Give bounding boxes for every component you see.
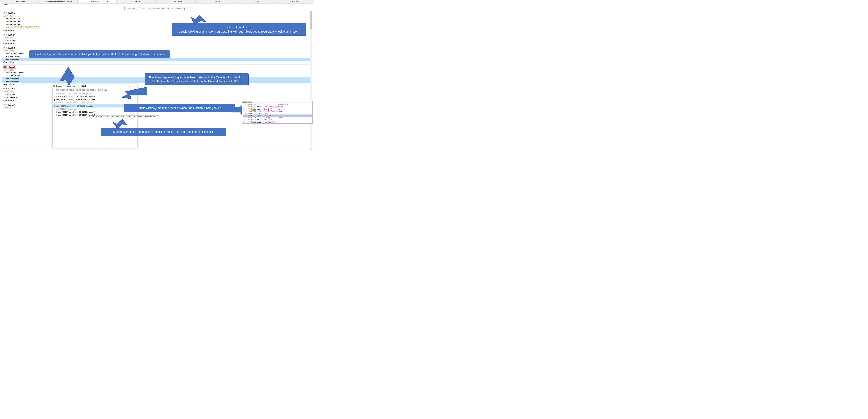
color-swatch-icon[interactable]	[249, 101, 250, 103]
tab-detected-function-list[interactable]: Detected Function List×	[79, 0, 118, 3]
call-item: CloseHandle	[3, 96, 311, 99]
tree-row[interactable]: sub_402215 called_addr	[54, 107, 135, 110]
callout-recursive-trace: Double-clicking on a function name enabl…	[29, 50, 170, 58]
filter-input[interactable]	[2, 3, 312, 6]
tree-row[interactable]: sub_402215 called_addr (00401408) (depth…	[54, 92, 135, 95]
call-item: ResumeThread	[3, 80, 20, 83]
close-icon[interactable]: ×	[234, 1, 235, 2]
function-addr: (0x4020B8)	[3, 50, 14, 52]
close-icon[interactable]: ×	[77, 1, 78, 2]
close-icon[interactable]: ×	[37, 1, 39, 2]
color-swatch-icon[interactable]	[244, 101, 246, 103]
tab-structures[interactable]: Structures×	[157, 0, 196, 3]
cursor-icon	[89, 115, 90, 117]
scroll-down-icon[interactable]: ▾	[310, 148, 312, 150]
vertical-scrollbar[interactable]: ▴ ▾	[310, 11, 312, 150]
function-name[interactable]: sub_402AEA	[3, 104, 15, 106]
close-icon[interactable]: ×	[155, 1, 157, 2]
tab-anti-debug[interactable]: Anti Debug Detection Results×	[39, 0, 79, 3]
call-item: VirtualProtectEx	[3, 20, 311, 23]
color-swatch-icon[interactable]	[246, 101, 247, 103]
close-button[interactable]: ✕	[132, 85, 136, 87]
close-icon[interactable]: ×	[195, 1, 196, 2]
function-addr: (0x4019C0)	[3, 14, 14, 17]
tree-row[interactable]: |-- sub_40236A called_addr (0040153E) (d…	[54, 110, 135, 114]
function-addr: (0x40236A)	[3, 91, 14, 93]
call-item: VirtualProtectEx	[3, 18, 311, 20]
detected-count: (1detected)	[3, 42, 311, 45]
enum-icon	[212, 1, 214, 2]
app-icon	[54, 85, 55, 87]
close-icon[interactable]: ×	[312, 1, 314, 2]
call-item: ResumeThread	[3, 58, 20, 61]
color-swatch-icon[interactable]	[247, 101, 249, 103]
call-item: ResumeThread	[3, 77, 20, 80]
close-icon[interactable]: ×	[273, 1, 275, 2]
function-addr: (0x402AEA)	[3, 106, 14, 109]
tab-ida-view[interactable]: IDA View-A×	[0, 0, 39, 3]
color-swatch-icon[interactable]	[243, 101, 244, 103]
help-banner: Double-click on a function name starting…	[124, 7, 190, 10]
popup-hint: Items in gray indicate functions that ma…	[54, 89, 135, 92]
popup-titlebar[interactable]: Check the recursive calls : sub_402215 —…	[53, 85, 137, 88]
struct-icon	[172, 1, 173, 2]
detection-tooltip: GetCursorInfo, CloseHandle, CloseHandle,…	[90, 116, 159, 118]
function-name[interactable]: sub_401C4A	[3, 34, 15, 36]
function-name-selected[interactable]: sub_402215	[3, 65, 16, 68]
tab-bar: IDA View-A× Anti Debug Detection Results…	[0, 0, 314, 3]
call-item: CloseHandle	[3, 39, 311, 42]
disasm-code[interactable]: .text:00401100 push esi ; lpModuleName.t…	[243, 103, 312, 123]
detected-count: (3detected)	[3, 61, 311, 64]
tab-enums[interactable]: Enums×	[196, 0, 236, 3]
callout-help-info: Help Information： Double Clicking on a f…	[172, 23, 306, 36]
scroll-thumb[interactable]	[310, 11, 312, 29]
popup-title: Check the recursive calls : sub_402215	[56, 85, 122, 87]
close-icon[interactable]: ×	[116, 1, 118, 2]
tree-row[interactable]: |-- sub_4014B7 called_addr (0040413C) (d…	[54, 98, 135, 101]
tab-exports[interactable]: Exports×	[275, 0, 314, 3]
filter-bar	[0, 3, 314, 7]
function-addr: (0x4d2215)	[3, 69, 14, 71]
hex-icon	[132, 1, 133, 2]
callout-double-click-jump: Double-click to jump to the location whe…	[124, 104, 235, 112]
function-addr: (0x401C4A)	[3, 36, 14, 39]
doc-icon	[88, 1, 89, 2]
function-name[interactable]: sub_4019C0	[3, 12, 15, 14]
doc-icon	[14, 1, 15, 2]
color-swatch-icon[interactable]	[250, 101, 252, 103]
disassembly-panel[interactable]: .text:00401100 push esi ; lpModuleName.t…	[242, 101, 312, 124]
imports-icon	[251, 1, 253, 2]
tab-hex-view[interactable]: Hex View-1×	[118, 0, 157, 3]
callout-mouseover: Mouse over to see the function's detecti…	[101, 128, 226, 136]
tab-imports[interactable]: Imports×	[236, 0, 275, 3]
help-banner-row: Double-click on a function name starting…	[0, 7, 314, 11]
callout-gray-functions: Functions displayed in gray have been de…	[145, 73, 249, 86]
disasm-toolbar[interactable]	[242, 101, 312, 103]
exports-icon	[290, 1, 292, 2]
minimize-button[interactable]: —	[123, 85, 127, 87]
tree-row[interactable]: |-- sub_401395 called_addr (0040154A) (d…	[54, 95, 135, 98]
plugin-icon	[45, 1, 47, 2]
tree-row[interactable]: |-- sub_4040EC called_addr (0040190D) (d…	[54, 101, 135, 104]
call-item: CloseHandle	[3, 93, 311, 96]
maximize-button[interactable]: □	[128, 85, 131, 87]
function-name[interactable]: sub_40236A	[3, 88, 15, 90]
function-name[interactable]: sub_4020B8	[3, 47, 15, 49]
recursive-tree[interactable]: sub_402215 called_addr (00401408) (depth…	[54, 92, 135, 131]
